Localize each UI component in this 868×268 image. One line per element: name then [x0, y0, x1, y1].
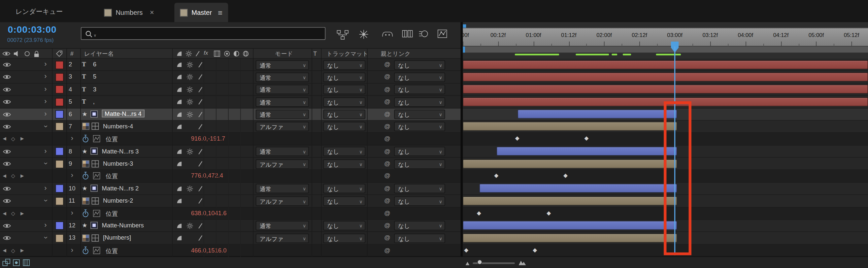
eye-icon[interactable]: [3, 62, 11, 68]
layer-duration-bar[interactable]: [463, 72, 868, 82]
panel-menu-icon[interactable]: ≡: [218, 8, 222, 17]
next-keyframe-icon[interactable]: ▶: [21, 248, 24, 253]
eye-icon[interactable]: [3, 235, 11, 241]
property-value[interactable]: 776.0,472.4: [191, 172, 223, 179]
time-ruler[interactable]: 0:00f00:12f01:00f01:12f02:00f02:12f03:00…: [463, 22, 868, 59]
quality-switch-icon[interactable]: [198, 198, 203, 204]
layer-row[interactable]: ›11Numbers-2アルファ∨なし∨@なし∨: [0, 195, 463, 208]
quality-switch-icon[interactable]: [198, 185, 203, 192]
parent-select[interactable]: なし∨: [394, 60, 445, 70]
label-color-swatch[interactable]: [56, 160, 64, 168]
stopwatch-icon[interactable]: [82, 172, 89, 180]
ruler-band[interactable]: 0:00f00:12f01:00f01:12f02:00f02:12f03:00…: [463, 28, 868, 47]
label-color-swatch[interactable]: [56, 222, 64, 230]
quality-switch-icon[interactable]: [198, 99, 203, 105]
blend-mode-select[interactable]: アルファ∨: [256, 233, 309, 243]
prev-keyframe-icon[interactable]: ◀: [3, 174, 6, 179]
parent-pickwhip-icon[interactable]: @: [384, 197, 391, 204]
keyframe-icon[interactable]: ◆: [547, 210, 551, 215]
next-keyframe-icon[interactable]: ▶: [21, 211, 24, 215]
parent-pickwhip-icon[interactable]: @: [384, 160, 391, 167]
property-value[interactable]: 638.0,1041.6: [191, 210, 227, 216]
quality-switch-icon[interactable]: [198, 61, 203, 68]
layer-name[interactable]: 5: [93, 73, 96, 80]
track-matte-select[interactable]: なし∨: [323, 159, 365, 169]
expand-chevron-icon[interactable]: ›: [44, 60, 46, 68]
tab-numbers[interactable]: Numbers ×: [99, 3, 160, 22]
parent-pickwhip-icon[interactable]: @: [384, 123, 391, 129]
keyframe-icon[interactable]: ◆: [494, 172, 498, 178]
layer-name[interactable]: [Numbers]: [103, 234, 131, 241]
expand-chevron-icon[interactable]: ›: [44, 72, 46, 81]
toggle-switches-pane-icon[interactable]: [2, 259, 10, 268]
expand-chevron-icon[interactable]: ›: [71, 134, 73, 142]
shy-switch-icon[interactable]: [176, 148, 183, 155]
blend-mode-select[interactable]: アルファ∨: [256, 159, 309, 169]
graph-editor-icon[interactable]: [437, 29, 447, 39]
layer-name[interactable]: Numbers-3: [103, 160, 133, 167]
parent-select[interactable]: なし∨: [394, 122, 445, 132]
layer-row[interactable]: ›5T,通常∨なし∨@なし∨: [0, 96, 463, 108]
property-name[interactable]: 位置: [105, 135, 118, 144]
quality-switch-icon[interactable]: [198, 148, 203, 155]
layer-name[interactable]: Matte-Numbers: [102, 222, 144, 229]
parent-pickwhip-icon[interactable]: @: [384, 61, 391, 68]
track-matte-select[interactable]: なし∨: [323, 60, 365, 70]
zoom-slider-handle[interactable]: [477, 260, 482, 265]
keyframe-icon[interactable]: ◆: [464, 246, 468, 252]
shy-switch-icon[interactable]: [176, 61, 183, 68]
tab-render-queue[interactable]: レンダーキュー: [16, 7, 63, 17]
prev-keyframe-icon[interactable]: ◀: [3, 211, 6, 215]
layer-name[interactable]: Numbers-4: [103, 123, 133, 129]
draft-3d-icon[interactable]: [359, 29, 369, 40]
layer-name[interactable]: 3: [93, 86, 96, 92]
eye-icon[interactable]: [3, 186, 11, 191]
zoom-in-icon[interactable]: [518, 259, 526, 267]
shy-switch-icon[interactable]: [176, 51, 183, 57]
property-row[interactable]: ◀◇▶›位置466.0,1516.0@: [0, 244, 463, 257]
graph-toggle-icon[interactable]: [93, 135, 100, 143]
property-name[interactable]: 位置: [105, 172, 118, 181]
track-matte-select[interactable]: なし∨: [323, 147, 365, 156]
panel-divider[interactable]: [461, 22, 463, 257]
parent-select[interactable]: なし∨: [394, 110, 445, 119]
parent-select[interactable]: なし∨: [394, 72, 445, 82]
label-color-swatch[interactable]: [56, 110, 64, 118]
motion-blur-icon[interactable]: [418, 29, 428, 39]
expand-chevron-icon[interactable]: ›: [42, 125, 50, 127]
track-matte-select[interactable]: なし∨: [323, 97, 365, 107]
expand-chevron-icon[interactable]: ›: [71, 245, 73, 254]
blend-mode-select[interactable]: 通常∨: [256, 184, 309, 193]
timeline-row[interactable]: [463, 84, 868, 96]
label-color-swatch[interactable]: [56, 61, 64, 69]
layer-name[interactable]: ,: [93, 98, 95, 105]
shy-switch-icon[interactable]: [176, 99, 183, 105]
parent-select[interactable]: なし∨: [394, 197, 445, 206]
current-timecode[interactable]: 0:00:03:00: [8, 24, 56, 36]
timeline-row[interactable]: [463, 71, 868, 84]
prev-keyframe-icon[interactable]: ◀: [3, 136, 6, 141]
layer-row[interactable]: ›6★Matte-N...rs 4通常∨なし∨@なし∨: [0, 108, 463, 121]
parent-pickwhip-icon[interactable]: @: [384, 222, 391, 229]
expand-chevron-icon[interactable]: ›: [42, 199, 50, 202]
eye-icon[interactable]: [3, 223, 11, 229]
blend-mode-select[interactable]: 通常∨: [256, 60, 309, 70]
collapse-transformations-icon[interactable]: [186, 111, 193, 118]
zoom-out-icon[interactable]: [465, 260, 470, 267]
label-color-swatch[interactable]: [56, 184, 64, 193]
parent-pickwhip-icon[interactable]: @: [384, 98, 391, 105]
shy-switch-icon[interactable]: [176, 111, 183, 118]
property-pickwhip-icon[interactable]: @: [384, 246, 391, 253]
expand-chevron-icon[interactable]: ›: [71, 209, 73, 217]
parent-select[interactable]: なし∨: [394, 233, 445, 243]
quality-switch-icon[interactable]: [198, 235, 203, 242]
work-area-bar[interactable]: [463, 47, 868, 53]
toggle-transfer-pane-icon[interactable]: [12, 259, 21, 268]
parent-select[interactable]: なし∨: [394, 85, 445, 94]
keyframe-icon[interactable]: ◆: [563, 172, 568, 178]
property-name[interactable]: 位置: [105, 210, 118, 218]
blend-mode-select[interactable]: 通常∨: [256, 221, 309, 231]
label-color-swatch[interactable]: [56, 234, 64, 242]
toggle-inout-pane-icon[interactable]: [22, 259, 30, 268]
layer-duration-bar[interactable]: [463, 221, 677, 230]
